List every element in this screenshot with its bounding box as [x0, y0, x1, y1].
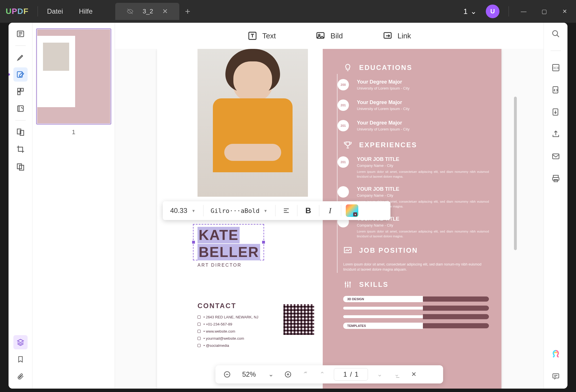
document-tab[interactable]: 3_2 ✕ [115, 3, 179, 20]
text-color-button[interactable]: ▾ [346, 204, 358, 217]
ocr-button[interactable]: OCR [549, 61, 563, 75]
font-family-dropdown[interactable]: ▾ [264, 208, 271, 213]
skill-row[interactable]: TEMPLATES [343, 323, 489, 329]
next-page-button[interactable]: ⌄ [374, 369, 385, 380]
titlebar-right: 1 ⌄ U — ▢ ✕ [464, 5, 570, 18]
tab-add-button[interactable]: + [185, 6, 190, 17]
svg-point-15 [345, 283, 346, 284]
section-skills[interactable]: SKILLS [343, 280, 489, 289]
zoom-dropdown[interactable]: ⌄ [266, 369, 276, 380]
thumbnail-page-label: 1 [72, 128, 75, 136]
contact-address[interactable]: • 2643 RED LANE, NEWARK, NJ [198, 315, 258, 319]
svg-rect-4 [18, 92, 20, 95]
thumbnail-page-1[interactable] [36, 28, 111, 125]
attachment-button[interactable] [13, 369, 28, 383]
crop-tool-button[interactable] [13, 142, 28, 156]
tab-close-icon[interactable]: ✕ [162, 7, 168, 15]
edu-sub: University of Lorem Ipsum - City [357, 127, 489, 131]
skill-row[interactable] [343, 314, 489, 319]
first-page-button[interactable]: ⌃̄ [300, 369, 310, 380]
reader-mode-button[interactable] [13, 27, 28, 41]
edit-tool-text-label: Text [262, 32, 276, 40]
redact-tool-button[interactable] [13, 159, 28, 173]
selection-handle-right[interactable] [262, 241, 265, 244]
highlighter-tool-button[interactable] [13, 50, 28, 65]
menu-file[interactable]: Datei [47, 7, 63, 15]
font-size-dropdown[interactable]: ▾ [192, 208, 199, 213]
section-experiences[interactable]: EXPERIENCES [343, 140, 489, 150]
edit-tool-image[interactable]: Bild [316, 31, 343, 41]
layers-button[interactable] [13, 335, 28, 349]
contact-phone[interactable]: • +01-234-567-89 [198, 322, 258, 326]
fmt-sep [203, 205, 203, 216]
layout-number: 1 [464, 7, 468, 16]
edit-tool-text[interactable]: Text [248, 31, 276, 41]
tab-bar: 3_2 ✕ + [115, 3, 190, 20]
edu-item[interactable]: 201Your Degree MajorUniversity of Lorem … [343, 99, 489, 113]
email-button[interactable] [549, 149, 563, 163]
zoom-out-button[interactable] [222, 369, 233, 380]
edit-tool-link[interactable]: Link [383, 31, 411, 41]
titlebar-divider [38, 6, 38, 16]
contact-web[interactable]: • www.website.com [198, 329, 258, 333]
skill-row[interactable] [343, 306, 489, 311]
print-button[interactable] [549, 171, 563, 186]
form-tool-button[interactable] [13, 101, 28, 116]
fmt-sep [297, 205, 297, 216]
skill-bar [423, 314, 489, 319]
edu-title: Your Degree Major [357, 99, 489, 105]
name-block[interactable]: KATE BELLER ART DIRECTOR [198, 227, 260, 268]
layout-selector[interactable]: 1 ⌄ [464, 7, 477, 16]
name-first[interactable]: KATE [198, 227, 240, 243]
convert-button[interactable] [549, 83, 563, 97]
menu-help[interactable]: Hilfe [79, 7, 92, 15]
right-tool-rail: OCR [544, 23, 567, 389]
name-title[interactable]: ART DIRECTOR [198, 263, 260, 268]
year-badge [338, 186, 349, 198]
resume-photo[interactable] [198, 49, 308, 197]
share-button[interactable] [549, 127, 563, 141]
exp-desc: Lorem ipsum dolor sit amet, consectetuer… [357, 229, 489, 238]
fmt-sep [319, 205, 319, 216]
navbar-close-button[interactable]: ✕ [408, 369, 419, 380]
prev-page-button[interactable]: ⌃ [317, 369, 328, 380]
window-maximize-button[interactable]: ▢ [538, 6, 550, 17]
qr-code[interactable] [283, 304, 314, 335]
ai-assistant-button[interactable] [549, 347, 563, 361]
edu-item[interactable]: 201Your Degree MajorUniversity of Lorem … [343, 120, 489, 133]
font-family-input[interactable]: Gilro···aBold [208, 207, 262, 214]
window-minimize-button[interactable]: — [518, 6, 529, 17]
section-jobposition[interactable]: JOB POSITION [343, 246, 489, 255]
search-button[interactable] [549, 27, 563, 41]
exp-item[interactable]: 201YOUR JOB TITLECompany Name - CityLore… [343, 156, 489, 179]
window-close-button[interactable]: ✕ [559, 6, 570, 17]
contact-heading[interactable]: CONTACT [198, 302, 258, 310]
align-button[interactable] [280, 204, 293, 217]
skill-name [343, 315, 423, 318]
last-page-button[interactable]: ⌄̲ [391, 369, 402, 380]
chart-icon [343, 246, 352, 255]
save-button[interactable] [549, 105, 563, 119]
jobpos-desc[interactable]: Lorem ipsum dolor sit amet, consectetuer… [343, 262, 489, 272]
contact-email[interactable]: • yourmail@website.com [198, 336, 258, 341]
text-format-toolbar: 40.33 ▾ Gilro···aBold ▾ B I ▾ [163, 201, 390, 220]
skill-row[interactable]: 3D DESIGN [343, 296, 489, 302]
page-input[interactable]: 1 / 1 [334, 368, 368, 381]
contact-social[interactable]: • @socialmedia [198, 343, 258, 348]
italic-button[interactable]: I [324, 204, 336, 217]
bold-button[interactable]: B [302, 204, 314, 217]
section-educations[interactable]: EDUCATIONS [343, 63, 489, 72]
zoom-in-button[interactable] [283, 369, 293, 380]
name-last[interactable]: BELLER [198, 244, 260, 260]
font-size-input[interactable]: 40.33 [167, 207, 190, 215]
edit-tool-button[interactable] [13, 67, 28, 82]
pages-tool-button[interactable] [13, 84, 28, 99]
edu-title: Your Degree Major [357, 120, 489, 126]
bookmark-button[interactable] [13, 352, 28, 366]
edu-item[interactable]: 200Your Degree MajorUniversity of Lorem … [343, 79, 489, 92]
compare-tool-button[interactable] [13, 125, 28, 139]
comments-button[interactable] [549, 369, 563, 383]
vertical-scrollbar[interactable] [514, 97, 517, 250]
selection-handle-left[interactable] [192, 241, 195, 244]
user-avatar[interactable]: U [486, 5, 499, 18]
